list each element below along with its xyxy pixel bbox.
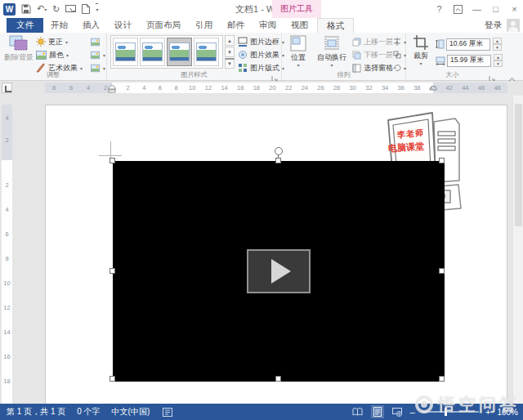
read-mode-view-icon[interactable]	[351, 405, 364, 418]
bring-forward-icon	[352, 38, 361, 47]
minimize-button[interactable]: —	[470, 2, 484, 16]
ruler-number: 2	[104, 84, 107, 92]
position-button[interactable]: 位置 ▾	[285, 35, 311, 69]
h-ruler[interactable]: 8642246810121416182022242628303234363840…	[45, 83, 507, 93]
logo-text-line1: 李老师	[396, 127, 424, 141]
ruler-number: 6	[2, 230, 12, 238]
resize-handle-bottom-center[interactable]	[275, 376, 281, 382]
rotation-handle[interactable]	[275, 147, 283, 155]
tab-main-0[interactable]: 开始	[43, 18, 75, 33]
resize-handle-middle-left[interactable]	[110, 268, 115, 274]
ruler-number: 20	[269, 84, 275, 92]
bring-forward-button[interactable]: 上移一层▾	[352, 36, 398, 47]
ruler-number: 4	[2, 114, 12, 122]
ruler-number: 28	[333, 84, 340, 92]
picture-effects-button[interactable]: 图片效果▾	[238, 49, 284, 60]
web-layout-view-icon[interactable]	[391, 405, 404, 418]
compress-picture-button[interactable]	[90, 36, 101, 47]
change-picture-icon	[91, 51, 100, 58]
ruler-number: 44	[462, 84, 468, 92]
width-stepper[interactable]: ▲▼	[494, 54, 503, 67]
picture-style-option-1[interactable]	[113, 38, 138, 66]
crop-button[interactable]: 裁剪 ▾	[409, 35, 432, 68]
document-page[interactable]: 李老师 电脑课堂	[45, 105, 507, 404]
selected-video-image[interactable]	[113, 161, 445, 382]
resize-handle-bottom-right[interactable]	[439, 376, 445, 382]
size-dialog-launcher-icon[interactable]	[489, 71, 496, 78]
play-button[interactable]	[247, 249, 311, 293]
tab-format-active[interactable]: 格式	[317, 18, 354, 33]
group-objects-icon	[393, 51, 401, 59]
change-picture-button[interactable]: ▾	[90, 49, 105, 60]
hanging-indent-marker[interactable]	[108, 82, 116, 96]
corrections-button[interactable]: 更正▾	[36, 36, 68, 47]
ruler-number: 4	[87, 84, 90, 92]
sign-in-link[interactable]: 登录	[485, 20, 502, 31]
resize-handle-top-right[interactable]	[439, 158, 445, 163]
remove-background-button[interactable]: 删除背景	[2, 35, 35, 61]
word-count[interactable]: 0 个字	[77, 406, 100, 418]
send-backward-button[interactable]: 下移一层▾	[352, 49, 398, 60]
zoom-slider-thumb[interactable]	[445, 408, 447, 416]
page-info[interactable]: 第 1 页，共 1 页	[7, 406, 65, 418]
zoom-slider[interactable]	[422, 411, 479, 413]
gallery-more-icon[interactable]: ▼	[225, 58, 235, 69]
resize-handle-bottom-left[interactable]	[110, 376, 115, 382]
help-button[interactable]: ?	[432, 2, 446, 16]
align-icon	[393, 38, 401, 46]
zoom-level[interactable]: 100%	[497, 408, 518, 417]
picture-style-option-2[interactable]	[140, 38, 165, 66]
document-area: 4224681012141618	[0, 96, 523, 404]
tab-stop-selector[interactable]	[2, 83, 12, 93]
picture-style-option-4[interactable]	[194, 38, 219, 66]
vertical-scrollbar[interactable]	[512, 96, 523, 404]
ruler-number: 16	[2, 353, 12, 360]
color-button[interactable]: 颜色▾	[36, 49, 69, 60]
height-stepper[interactable]: ▲▼	[493, 38, 502, 51]
zoom-in-button[interactable]: +	[485, 407, 490, 417]
picture-border-button[interactable]: 图片边框▾	[238, 36, 284, 47]
tab-main-7[interactable]: 视图	[284, 18, 315, 33]
ribbon-display-options-button[interactable]	[451, 2, 465, 16]
picture-style-gallery	[110, 35, 223, 69]
tab-main-5[interactable]: 邮件	[220, 18, 252, 33]
tab-file[interactable]: 文件	[7, 18, 43, 33]
status-bar: 第 1 页，共 1 页 0 个字 中文(中国) – + 100%	[0, 404, 523, 420]
word-window: W ↶▾ ↻ ▾ 文档1 - Word 图片工具 ? — □ × 文件 开始插入…	[0, 0, 523, 420]
width-input[interactable]: 15.99 厘米	[447, 55, 491, 67]
ruler-number: 2	[2, 136, 12, 144]
close-button[interactable]: ×	[507, 2, 521, 16]
ruler-number: 34	[382, 84, 388, 92]
tab-main-4[interactable]: 引用	[188, 18, 220, 33]
ruler-number: 10	[2, 279, 12, 287]
gallery-down-icon[interactable]: ▼	[225, 47, 235, 57]
v-ruler[interactable]: 4224681012141618	[2, 105, 12, 404]
proofing-icon[interactable]	[161, 405, 174, 418]
main-tabs: 开始插入设计页面布局引用邮件审阅视图	[43, 18, 315, 33]
tab-main-2[interactable]: 设计	[107, 18, 139, 33]
group-arrange: 位置 ▾ 自动换行 ▾ 上移一层▾ 下移一层▾ 选择窗格 ▾ ▾ ▾	[282, 33, 406, 80]
resize-handle-top-left[interactable]	[110, 158, 115, 163]
zoom-out-button[interactable]: –	[410, 407, 415, 417]
picture-style-option-3[interactable]	[167, 38, 192, 66]
wrap-text-button[interactable]: 自动换行 ▾	[315, 35, 349, 69]
maximize-button[interactable]: □	[489, 2, 503, 16]
ruler-row: 8642246810121416182022242628303234363840…	[0, 81, 523, 96]
logo-text-line2: 电脑课堂	[388, 140, 425, 154]
align-button[interactable]: ▾	[393, 36, 406, 47]
height-input[interactable]: 10.66 厘米	[446, 38, 490, 51]
scrollbar-thumb[interactable]	[515, 104, 522, 226]
tab-main-1[interactable]: 插入	[75, 18, 107, 33]
tab-main-6[interactable]: 审阅	[252, 18, 284, 33]
resize-handle-top-center[interactable]	[275, 158, 281, 163]
tab-main-3[interactable]: 页面布局	[139, 18, 188, 33]
resize-handle-middle-right[interactable]	[439, 268, 445, 274]
avatar[interactable]	[507, 19, 520, 32]
group-objects-button[interactable]: ▾	[393, 49, 406, 60]
print-layout-view-icon[interactable]	[371, 405, 384, 418]
gallery-up-icon[interactable]: ▲	[225, 35, 235, 46]
picture-styles-dialog-launcher-icon[interactable]	[271, 71, 279, 78]
ruler-number: 42	[445, 84, 452, 92]
size-group-label: 大小	[406, 70, 498, 79]
language-indicator[interactable]: 中文(中国)	[112, 406, 150, 418]
